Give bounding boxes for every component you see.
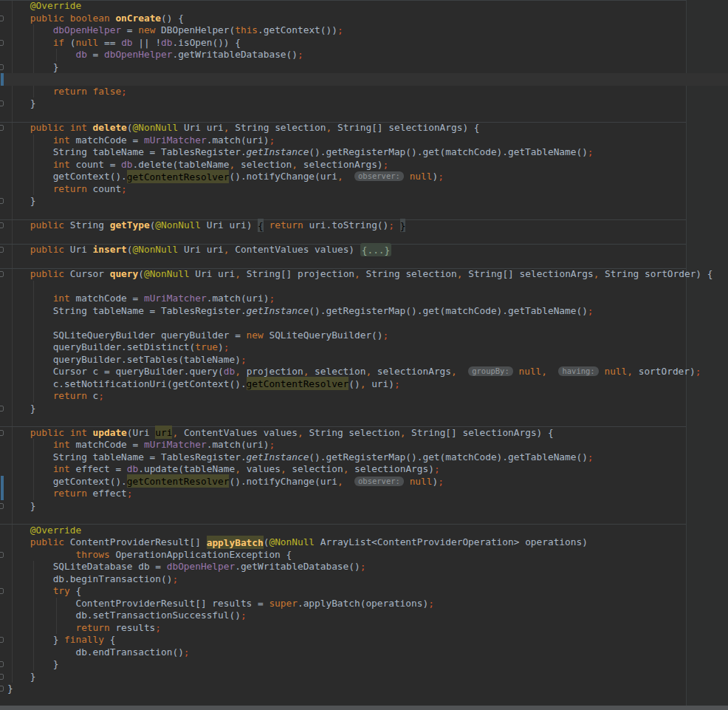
fold-marker-icon[interactable] bbox=[0, 686, 4, 692]
code-line[interactable] bbox=[0, 208, 728, 220]
code-line[interactable]: db.setTransactionSuccessful(); bbox=[0, 610, 728, 622]
code-line[interactable]: return results; bbox=[0, 622, 728, 635]
fold-marker-icon[interactable] bbox=[0, 588, 4, 594]
code-line[interactable]: public Cursor query(@NonNull Uri uri, St… bbox=[0, 268, 728, 281]
code-line[interactable]: queryBuilder.setDistinct(true); bbox=[0, 341, 728, 354]
code-line[interactable] bbox=[0, 232, 728, 245]
code-line[interactable]: int matchCode = mUriMatcher.match(uri); bbox=[0, 439, 728, 451]
fold-marker-icon[interactable] bbox=[0, 40, 4, 46]
code-line[interactable]: String tableName = TablesRegister.getIns… bbox=[0, 451, 728, 464]
code-token: return bbox=[75, 622, 115, 633]
code-line[interactable]: String tableName = TablesRegister.getIns… bbox=[0, 305, 728, 318]
code-line[interactable]: queryBuilder.setTables(tableName); bbox=[0, 354, 728, 366]
code-line[interactable] bbox=[0, 281, 728, 293]
code-line[interactable]: } bbox=[0, 98, 728, 110]
code-line[interactable]: String tableName = TablesRegister.getIns… bbox=[0, 146, 728, 159]
code-line[interactable]: } bbox=[0, 403, 728, 415]
code-line[interactable]: } bbox=[0, 500, 728, 513]
code-line[interactable]: int effect = db.update(tableName, values… bbox=[0, 463, 728, 476]
code-line[interactable]: } finally { bbox=[0, 634, 728, 646]
fold-marker-icon[interactable] bbox=[0, 125, 4, 131]
code-token: c.setNotificationUri(getContext(). bbox=[7, 378, 247, 389]
code-line[interactable]: db.beginTransaction(); bbox=[0, 573, 728, 586]
fold-marker-icon[interactable] bbox=[0, 552, 4, 558]
vcs-change-marker[interactable] bbox=[1, 476, 4, 488]
code-token: getContentResolver bbox=[247, 377, 349, 390]
code-line[interactable]: } bbox=[0, 671, 728, 683]
vcs-change-marker[interactable] bbox=[1, 488, 4, 500]
code-line[interactable]: public int delete(@NonNull Uri uri, Stri… bbox=[0, 122, 728, 134]
code-line[interactable]: return count; bbox=[0, 183, 728, 196]
fold-marker-icon[interactable] bbox=[0, 100, 4, 106]
code-line[interactable]: try { bbox=[0, 585, 728, 598]
code-line[interactable] bbox=[0, 317, 728, 330]
code-line[interactable]: return false; bbox=[0, 86, 728, 98]
vcs-change-marker[interactable] bbox=[1, 73, 4, 86]
code-line[interactable]: } bbox=[0, 195, 728, 208]
code-line[interactable]: SQLiteDatabase db = dbOpenHelper.getWrit… bbox=[0, 561, 728, 573]
code-line[interactable]: public boolean onCreate() { bbox=[0, 13, 728, 25]
code-line[interactable]: } bbox=[0, 658, 728, 671]
code-line[interactable] bbox=[0, 256, 728, 269]
code-token: Uri uri bbox=[178, 244, 224, 255]
code-line[interactable]: SQLiteQueryBuilder queryBuilder = new SQ… bbox=[0, 330, 728, 342]
fold-marker-icon[interactable] bbox=[0, 64, 4, 70]
code-line[interactable]: public Uri insert(@NonNull Uri uri, Cont… bbox=[0, 244, 728, 256]
code-line[interactable]: getContext().getContentResolver().notify… bbox=[0, 171, 728, 183]
code-token: mUriMatcher bbox=[144, 293, 207, 304]
code-token: ; bbox=[298, 49, 303, 60]
code-token: uri.toString() bbox=[309, 219, 388, 231]
code-token: ().getRegisterMap().get(matchCode).getTa… bbox=[309, 146, 588, 157]
code-line[interactable]: } bbox=[0, 683, 728, 695]
code-token: @NonNull bbox=[133, 122, 179, 133]
code-editor[interactable]: @Override public boolean onCreate() { db… bbox=[0, 0, 728, 710]
fold-marker-icon[interactable] bbox=[0, 661, 4, 667]
horizontal-scrollbar[interactable] bbox=[0, 706, 728, 710]
fold-marker-icon[interactable] bbox=[0, 198, 4, 204]
code-line[interactable]: throws OperationApplicationException { bbox=[0, 549, 728, 561]
fold-marker-icon[interactable] bbox=[0, 430, 4, 436]
code-token: , bbox=[627, 366, 633, 377]
code-token: OperationApplicationException { bbox=[115, 549, 292, 560]
fold-marker-icon[interactable] bbox=[0, 637, 4, 643]
fold-marker-icon[interactable] bbox=[0, 222, 4, 228]
fold-marker-icon[interactable] bbox=[0, 674, 4, 680]
code-line[interactable]: Cursor c = queryBuilder.query(db, projec… bbox=[0, 366, 728, 378]
fold-marker-icon[interactable] bbox=[0, 271, 4, 277]
code-token: public bbox=[30, 244, 70, 255]
code-line[interactable]: return c; bbox=[0, 390, 728, 403]
code-line[interactable] bbox=[0, 73, 728, 86]
code-line[interactable]: dbOpenHelper = new DBOpenHelper(this.get… bbox=[0, 24, 728, 37]
code-line[interactable] bbox=[0, 110, 728, 123]
fold-marker-icon[interactable] bbox=[0, 16, 4, 21]
code-token: onCreate bbox=[115, 13, 161, 24]
code-line[interactable]: db.endTransaction(); bbox=[0, 646, 728, 659]
folded-code-block[interactable]: {...} bbox=[360, 243, 392, 256]
code-token: ; bbox=[127, 488, 133, 499]
code-token: ContentProviderResult[] results = bbox=[7, 598, 269, 609]
code-token: .applyBatch(operations) bbox=[298, 598, 428, 609]
code-line[interactable]: public String getType(@NonNull Uri uri) … bbox=[0, 219, 728, 232]
code-token: .isOpen()) { bbox=[173, 37, 241, 48]
code-line[interactable]: @Override bbox=[0, 525, 728, 537]
code-line[interactable]: getContext().getContentResolver().notify… bbox=[0, 476, 728, 488]
code-line[interactable]: int count = db.delete(tableName, selecti… bbox=[0, 159, 728, 171]
code-line[interactable]: @Override bbox=[0, 0, 728, 13]
code-line[interactable]: return effect; bbox=[0, 488, 728, 500]
fold-marker-icon[interactable] bbox=[0, 247, 4, 253]
code-line[interactable]: ContentProviderResult[] results = super.… bbox=[0, 598, 728, 610]
code-line[interactable]: } bbox=[0, 61, 728, 74]
code-line[interactable]: db = dbOpenHelper.getWritableDatabase(); bbox=[0, 49, 728, 61]
fold-marker-icon[interactable] bbox=[0, 406, 4, 412]
code-token: .match(uri) bbox=[207, 134, 269, 146]
code-line[interactable]: public ContentProviderResult[] applyBatc… bbox=[0, 536, 728, 549]
code-line[interactable]: int matchCode = mUriMatcher.match(uri); bbox=[0, 293, 728, 305]
code-token: .delete(tableName bbox=[133, 159, 230, 170]
code-line[interactable] bbox=[0, 512, 728, 525]
code-line[interactable]: public int update(Uri uri, ContentValues… bbox=[0, 427, 728, 440]
code-line[interactable]: int matchCode = mUriMatcher.match(uri); bbox=[0, 134, 728, 147]
fold-marker-icon[interactable] bbox=[0, 503, 4, 509]
code-line[interactable] bbox=[0, 414, 728, 427]
code-line[interactable]: c.setNotificationUri(getContext().getCon… bbox=[0, 378, 728, 391]
code-line[interactable]: if (null == db || !db.isOpen()) { bbox=[0, 37, 728, 50]
